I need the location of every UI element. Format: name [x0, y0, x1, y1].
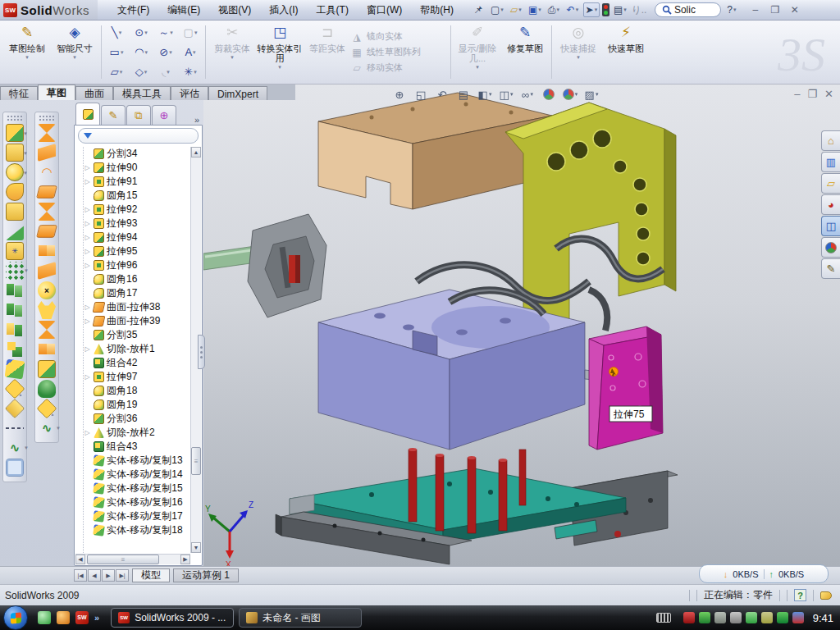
volume-icon[interactable]: [730, 612, 742, 623]
vertical-scroll-thumb[interactable]: ≡: [191, 447, 201, 475]
planar-surface-icon[interactable]: [36, 225, 57, 237]
print-icon[interactable]: ⎙: [546, 2, 562, 17]
options-list-icon[interactable]: ▤: [612, 2, 628, 17]
extruded-surface-icon[interactable]: [38, 124, 56, 142]
scroll-up-button[interactable]: ▲: [191, 147, 201, 158]
shell-icon[interactable]: [6, 321, 24, 339]
taskbar-button[interactable]: 未命名 - 画图: [239, 608, 362, 628]
draft-icon[interactable]: [6, 301, 24, 319]
extruded-boss-icon[interactable]: ▼: [6, 124, 24, 142]
tree-item[interactable]: 实体-移动/复制17: [84, 509, 190, 523]
tree-item[interactable]: 实体-移动/复制18: [84, 523, 190, 537]
tree-item[interactable]: 组合42: [84, 356, 190, 370]
defender-icon[interactable]: [777, 612, 788, 623]
quicklaunch-overflow[interactable]: »: [94, 613, 99, 623]
measure-icon[interactable]: [6, 459, 24, 477]
open-icon[interactable]: ▱: [508, 2, 524, 17]
hide-show-items-icon[interactable]: ∞▾: [518, 86, 536, 103]
im-status-icon[interactable]: [792, 612, 804, 623]
tab-模具工具[interactable]: 模具工具: [113, 86, 171, 100]
tree-item[interactable]: ▷拉伸95: [84, 244, 190, 258]
chamfer-icon[interactable]: [6, 222, 24, 240]
sync-icon[interactable]: [746, 612, 757, 623]
pin-icon[interactable]: 📌︎: [470, 2, 486, 17]
tree-item[interactable]: 分割36: [84, 412, 190, 426]
trim-surface-icon[interactable]: [38, 321, 56, 339]
propertymanager-tab[interactable]: ✎: [101, 105, 126, 125]
horizontal-scroll-thumb[interactable]: ≡: [87, 555, 159, 564]
boss-feature-icon[interactable]: [6, 203, 24, 221]
tab-特征[interactable]: 特征: [0, 86, 38, 100]
rapid-sketch-button[interactable]: ⚡︎ 快速草图: [602, 22, 650, 82]
solidworks-quicklaunch-icon[interactable]: SW: [75, 611, 89, 624]
model-side-block[interactable]: [589, 326, 663, 450]
expand-arrow[interactable]: ▷: [84, 373, 91, 381]
expand-arrow[interactable]: ▷: [84, 234, 91, 241]
hole-wizard-icon[interactable]: ✳: [6, 242, 24, 260]
dimxpertmanager-tab[interactable]: ⊕: [152, 105, 176, 125]
toolbar-overflow-text[interactable]: り..: [631, 2, 647, 17]
polygon-icon[interactable]: ◇▾: [129, 62, 153, 82]
convert-entities-button[interactable]: ◳ 转换实体引用▾: [256, 22, 304, 82]
plane-icon[interactable]: [5, 399, 25, 418]
arc-icon[interactable]: ◠▾: [129, 43, 153, 62]
tree-item[interactable]: 圆角16: [84, 272, 190, 286]
doc-close-button[interactable]: ✕: [824, 88, 833, 100]
appearances-scenes-icon[interactable]: [821, 237, 840, 258]
expand-arrow[interactable]: ▷: [84, 220, 91, 227]
model-canvas[interactable]: Y Z X 拉伸75: [203, 84, 840, 566]
custom-properties-icon[interactable]: ✎: [821, 258, 840, 279]
move-copy-body-icon[interactable]: [5, 359, 25, 380]
motion-study-tab[interactable]: 运动算例 1: [173, 568, 239, 582]
line-icon[interactable]: ╲▾: [104, 23, 129, 43]
previous-view-icon[interactable]: ↶: [433, 86, 451, 103]
reference-geometry-icon[interactable]: ▼: [5, 379, 25, 399]
configurationmanager-tab[interactable]: ⧉: [126, 105, 151, 125]
slot-icon[interactable]: ▱▾: [104, 62, 129, 82]
network-warning-icon[interactable]: [761, 612, 773, 623]
tree-item[interactable]: 实体-移动/复制13: [84, 454, 190, 468]
doc-minimize-button[interactable]: –: [794, 88, 800, 100]
point-icon[interactable]: ✳▾: [178, 62, 203, 82]
circle-icon[interactable]: ⊙▾: [129, 23, 153, 43]
restore-button[interactable]: ❐: [768, 4, 783, 16]
tree-item[interactable]: 圆角15: [84, 189, 190, 203]
doc-restore-button[interactable]: ❐: [807, 88, 817, 100]
zoom-fit-icon[interactable]: ⊕: [390, 86, 409, 103]
zoom-area-icon[interactable]: ◱: [412, 86, 430, 103]
tree-item[interactable]: ▷曲面-拉伸38: [84, 300, 190, 314]
solidworks-resources-icon[interactable]: ⌂: [821, 130, 840, 151]
expand-arrow[interactable]: ▷: [84, 429, 91, 436]
view-palette-icon[interactable]: ◫: [821, 216, 840, 236]
model-core-block[interactable]: [318, 290, 615, 450]
file-explorer-icon[interactable]: ▱: [821, 173, 840, 194]
apply-scene-icon[interactable]: ▾: [561, 86, 579, 103]
display-style-icon[interactable]: ◫▾: [497, 86, 515, 103]
keyboard-layout-icon[interactable]: [656, 613, 671, 623]
menu-item-6[interactable]: 帮助(H): [412, 1, 462, 20]
undo-icon[interactable]: ↶: [564, 2, 581, 17]
filled-surface-icon[interactable]: [38, 262, 56, 280]
antivirus-shield-icon[interactable]: [683, 612, 695, 623]
select-icon[interactable]: ➤: [583, 2, 600, 17]
knit-surface-icon[interactable]: [38, 340, 56, 358]
revolved-surface-icon[interactable]: [38, 144, 56, 162]
featuremanager-tree-tab[interactable]: [75, 103, 100, 125]
axis-icon[interactable]: [6, 419, 24, 437]
tree-filter-box[interactable]: [78, 128, 199, 144]
scroll-down-button[interactable]: ▼: [191, 542, 201, 553]
design-library-icon[interactable]: ▥: [821, 152, 840, 172]
tab-nav-0[interactable]: |◀: [74, 569, 87, 582]
tree-item[interactable]: 实体-移动/复制16: [84, 495, 190, 509]
quick-tips-button[interactable]: ?: [794, 589, 806, 601]
clock[interactable]: 9:41: [813, 612, 833, 624]
search-box[interactable]: [655, 2, 721, 17]
guard-shield-icon[interactable]: [699, 612, 710, 623]
menu-item-1[interactable]: 编辑(E): [159, 1, 208, 20]
menu-item-3[interactable]: 插入(I): [261, 1, 306, 20]
3d-contentcentral-icon[interactable]: ◕: [821, 194, 840, 215]
swept-surface-icon[interactable]: ◠: [38, 163, 56, 181]
tree-item[interactable]: ▷拉伸92: [84, 203, 190, 217]
tab-评估[interactable]: 评估: [171, 86, 208, 100]
tree-item[interactable]: ▷拉伸97: [84, 370, 190, 384]
